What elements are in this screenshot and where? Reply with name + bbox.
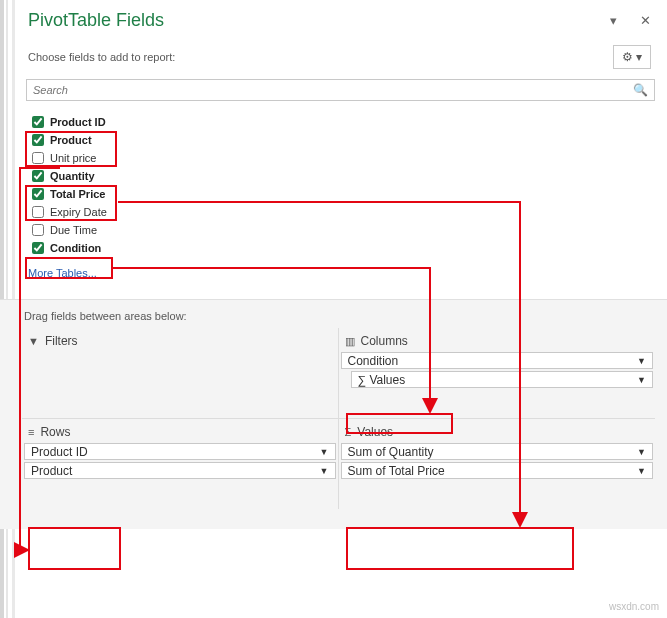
field-checkbox[interactable] xyxy=(32,206,44,218)
field-label: Condition xyxy=(50,242,101,254)
search-input[interactable] xyxy=(33,84,633,96)
gear-icon: ⚙ xyxy=(622,50,633,64)
chip-dropdown-icon[interactable]: ▼ xyxy=(637,447,646,457)
area-field-chip[interactable]: ∑ Values▼ xyxy=(351,371,654,388)
columns-area[interactable]: ▥Columns Condition▼∑ Values▼ xyxy=(339,328,656,419)
field-label: Total Price xyxy=(50,188,105,200)
chip-label: Sum of Quantity xyxy=(348,445,434,459)
field-checkbox[interactable] xyxy=(32,224,44,236)
chip-dropdown-icon[interactable]: ▼ xyxy=(637,375,646,385)
area-field-chip[interactable]: Sum of Quantity▼ xyxy=(341,443,654,460)
panel-subtitle: Choose fields to add to report: xyxy=(28,51,175,63)
field-checkbox[interactable] xyxy=(32,242,44,254)
field-label: Unit price xyxy=(50,152,96,164)
field-label: Product ID xyxy=(50,116,106,128)
area-field-chip[interactable]: Product▼ xyxy=(24,462,336,479)
more-tables-link[interactable]: More Tables... xyxy=(22,257,667,279)
field-item[interactable]: Product ID xyxy=(26,113,655,131)
columns-icon: ▥ xyxy=(345,335,355,348)
field-item[interactable]: Condition xyxy=(26,239,655,257)
field-item[interactable]: Due Time xyxy=(26,221,655,239)
field-label: Quantity xyxy=(50,170,95,182)
values-area[interactable]: ΣValues Sum of Quantity▼Sum of Total Pri… xyxy=(339,419,656,509)
field-checkbox[interactable] xyxy=(32,116,44,128)
chip-label: Product xyxy=(31,464,72,478)
chip-label: Condition xyxy=(348,354,399,368)
filters-area[interactable]: ▼Filters xyxy=(22,328,339,419)
tools-button[interactable]: ⚙ ▾ xyxy=(613,45,651,69)
field-item[interactable]: Unit price xyxy=(26,149,655,167)
field-item[interactable]: Quantity xyxy=(26,167,655,185)
field-checkbox[interactable] xyxy=(32,152,44,164)
columns-title: Columns xyxy=(361,334,408,348)
values-title: Values xyxy=(357,425,393,439)
field-item[interactable]: Total Price xyxy=(26,185,655,203)
filters-title: Filters xyxy=(45,334,78,348)
chip-dropdown-icon[interactable]: ▼ xyxy=(637,356,646,366)
chevron-down-icon: ▾ xyxy=(636,50,642,64)
watermark: wsxdn.com xyxy=(609,601,659,612)
search-field[interactable]: 🔍 xyxy=(26,79,655,101)
close-icon[interactable]: ✕ xyxy=(640,13,651,28)
area-field-chip[interactable]: Product ID▼ xyxy=(24,443,336,460)
chip-label: Sum of Total Price xyxy=(348,464,445,478)
field-item[interactable]: Product xyxy=(26,131,655,149)
search-icon: 🔍 xyxy=(633,83,648,97)
areas-instruction: Drag fields between areas below: xyxy=(0,299,667,328)
rows-title: Rows xyxy=(40,425,70,439)
field-label: Expiry Date xyxy=(50,206,107,218)
chip-label: ∑ Values xyxy=(358,373,406,387)
chip-dropdown-icon[interactable]: ▼ xyxy=(320,447,329,457)
chip-dropdown-icon[interactable]: ▼ xyxy=(320,466,329,476)
chip-dropdown-icon[interactable]: ▼ xyxy=(637,466,646,476)
menu-dropdown-icon[interactable]: ▾ xyxy=(610,13,617,28)
filter-icon: ▼ xyxy=(28,335,39,347)
field-checkbox[interactable] xyxy=(32,188,44,200)
field-label: Due Time xyxy=(50,224,97,236)
rows-icon: ≡ xyxy=(28,426,34,438)
area-field-chip[interactable]: Sum of Total Price▼ xyxy=(341,462,654,479)
chip-label: Product ID xyxy=(31,445,88,459)
panel-title: PivotTable Fields xyxy=(28,10,164,31)
rows-area[interactable]: ≡Rows Product ID▼Product▼ xyxy=(22,419,339,509)
field-checkbox[interactable] xyxy=(32,134,44,146)
field-checkbox[interactable] xyxy=(32,170,44,182)
field-item[interactable]: Expiry Date xyxy=(26,203,655,221)
values-icon: Σ xyxy=(345,426,352,438)
field-label: Product xyxy=(50,134,92,146)
area-field-chip[interactable]: Condition▼ xyxy=(341,352,654,369)
